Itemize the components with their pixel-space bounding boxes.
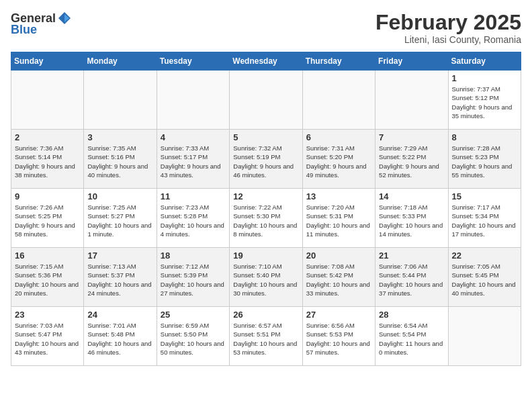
day-info: Sunrise: 7:37 AM Sunset: 5:12 PM Dayligh… (452, 85, 517, 120)
day-info: Sunrise: 7:32 AM Sunset: 5:19 PM Dayligh… (233, 144, 298, 179)
calendar-header-day: Thursday (302, 52, 375, 71)
day-info: Sunrise: 7:06 AM Sunset: 5:44 PM Dayligh… (379, 262, 444, 298)
calendar-day-cell: 3Sunrise: 7:35 AM Sunset: 5:16 PM Daylig… (84, 130, 157, 189)
day-number: 2 (15, 132, 80, 142)
day-number: 15 (452, 191, 517, 201)
day-number: 9 (15, 191, 80, 201)
day-number: 13 (306, 191, 371, 201)
calendar-day-cell: 1Sunrise: 7:37 AM Sunset: 5:12 PM Daylig… (448, 71, 521, 130)
calendar-day-cell: 11Sunrise: 7:23 AM Sunset: 5:28 PM Dayli… (157, 189, 229, 248)
day-info: Sunrise: 6:59 AM Sunset: 5:50 PM Dayligh… (161, 321, 226, 357)
day-number: 4 (161, 132, 226, 142)
day-number: 28 (379, 310, 444, 320)
day-number: 7 (379, 132, 444, 142)
day-info: Sunrise: 6:54 AM Sunset: 5:54 PM Dayligh… (379, 321, 444, 357)
day-number: 10 (87, 191, 152, 201)
day-info: Sunrise: 7:17 AM Sunset: 5:34 PM Dayligh… (452, 203, 517, 238)
calendar-header-day: Saturday (448, 52, 521, 71)
day-info: Sunrise: 7:01 AM Sunset: 5:48 PM Dayligh… (87, 321, 152, 357)
day-number: 14 (379, 191, 444, 201)
calendar-header-day: Monday (84, 52, 157, 71)
calendar-day-cell (448, 307, 521, 366)
day-number: 17 (87, 250, 152, 261)
calendar-day-cell: 14Sunrise: 7:18 AM Sunset: 5:33 PM Dayli… (375, 189, 448, 248)
calendar-day-cell: 17Sunrise: 7:13 AM Sunset: 5:37 PM Dayli… (84, 248, 157, 307)
day-info: Sunrise: 7:18 AM Sunset: 5:33 PM Dayligh… (379, 203, 444, 238)
calendar-week-row: 23Sunrise: 7:03 AM Sunset: 5:47 PM Dayli… (11, 307, 521, 366)
day-info: Sunrise: 7:10 AM Sunset: 5:40 PM Dayligh… (233, 262, 298, 298)
day-number: 16 (15, 250, 80, 261)
calendar-header-day: Sunday (11, 52, 84, 71)
day-number: 8 (452, 132, 517, 142)
calendar-header-day: Wednesday (230, 52, 302, 71)
logo: General Blue (11, 11, 72, 37)
day-info: Sunrise: 7:36 AM Sunset: 5:14 PM Dayligh… (15, 144, 80, 179)
day-info: Sunrise: 7:13 AM Sunset: 5:37 PM Dayligh… (87, 262, 152, 298)
calendar-day-cell: 23Sunrise: 7:03 AM Sunset: 5:47 PM Dayli… (11, 307, 84, 366)
calendar-day-cell (11, 71, 84, 130)
calendar-week-row: 16Sunrise: 7:15 AM Sunset: 5:36 PM Dayli… (11, 248, 521, 307)
day-info: Sunrise: 7:28 AM Sunset: 5:23 PM Dayligh… (452, 144, 517, 179)
day-number: 21 (379, 250, 444, 261)
day-info: Sunrise: 7:35 AM Sunset: 5:16 PM Dayligh… (87, 144, 152, 179)
day-number: 23 (15, 310, 80, 320)
calendar-day-cell: 22Sunrise: 7:05 AM Sunset: 5:45 PM Dayli… (448, 248, 521, 307)
day-number: 19 (233, 250, 298, 261)
day-info: Sunrise: 7:22 AM Sunset: 5:30 PM Dayligh… (233, 203, 298, 238)
day-info: Sunrise: 6:57 AM Sunset: 5:51 PM Dayligh… (233, 321, 298, 357)
page-header: General Blue February 2025 Liteni, Iasi … (11, 11, 521, 45)
day-info: Sunrise: 7:23 AM Sunset: 5:28 PM Dayligh… (161, 203, 226, 238)
calendar-day-cell: 24Sunrise: 7:01 AM Sunset: 5:48 PM Dayli… (84, 307, 157, 366)
location-subtitle: Liteni, Iasi County, Romania (375, 34, 521, 45)
day-number: 25 (161, 310, 226, 320)
day-number: 27 (306, 310, 371, 320)
title-section: February 2025 Liteni, Iasi County, Roman… (375, 11, 521, 45)
day-number: 11 (161, 191, 226, 201)
day-number: 24 (87, 310, 152, 320)
calendar-day-cell (302, 71, 375, 130)
calendar-day-cell: 26Sunrise: 6:57 AM Sunset: 5:51 PM Dayli… (230, 307, 302, 366)
calendar-day-cell: 25Sunrise: 6:59 AM Sunset: 5:50 PM Dayli… (157, 307, 229, 366)
logo-blue-text: Blue (11, 23, 37, 37)
calendar-day-cell: 15Sunrise: 7:17 AM Sunset: 5:34 PM Dayli… (448, 189, 521, 248)
calendar-week-row: 1Sunrise: 7:37 AM Sunset: 5:12 PM Daylig… (11, 71, 521, 130)
calendar-day-cell: 5Sunrise: 7:32 AM Sunset: 5:19 PM Daylig… (230, 130, 302, 189)
calendar-day-cell: 7Sunrise: 7:29 AM Sunset: 5:22 PM Daylig… (375, 130, 448, 189)
day-number: 3 (87, 132, 152, 142)
day-info: Sunrise: 7:15 AM Sunset: 5:36 PM Dayligh… (15, 262, 80, 298)
day-info: Sunrise: 7:31 AM Sunset: 5:20 PM Dayligh… (306, 144, 371, 179)
calendar-header-day: Tuesday (157, 52, 229, 71)
calendar-day-cell: 13Sunrise: 7:20 AM Sunset: 5:31 PM Dayli… (302, 189, 375, 248)
day-number: 26 (233, 310, 298, 320)
calendar-table: SundayMondayTuesdayWednesdayThursdayFrid… (11, 52, 521, 366)
day-info: Sunrise: 7:25 AM Sunset: 5:27 PM Dayligh… (87, 203, 152, 238)
logo-icon (57, 11, 72, 26)
month-title: February 2025 (375, 11, 521, 34)
calendar-day-cell: 27Sunrise: 6:56 AM Sunset: 5:53 PM Dayli… (302, 307, 375, 366)
day-info: Sunrise: 7:33 AM Sunset: 5:17 PM Dayligh… (161, 144, 226, 179)
day-number: 12 (233, 191, 298, 201)
calendar-day-cell (375, 71, 448, 130)
calendar-day-cell: 16Sunrise: 7:15 AM Sunset: 5:36 PM Dayli… (11, 248, 84, 307)
calendar-day-cell: 21Sunrise: 7:06 AM Sunset: 5:44 PM Dayli… (375, 248, 448, 307)
day-info: Sunrise: 7:20 AM Sunset: 5:31 PM Dayligh… (306, 203, 371, 238)
calendar-header-day: Friday (375, 52, 448, 71)
day-number: 18 (161, 250, 226, 261)
calendar-day-cell: 18Sunrise: 7:12 AM Sunset: 5:39 PM Dayli… (157, 248, 229, 307)
calendar-day-cell: 28Sunrise: 6:54 AM Sunset: 5:54 PM Dayli… (375, 307, 448, 366)
day-number: 5 (233, 132, 298, 142)
day-number: 20 (306, 250, 371, 261)
calendar-day-cell: 8Sunrise: 7:28 AM Sunset: 5:23 PM Daylig… (448, 130, 521, 189)
day-info: Sunrise: 7:08 AM Sunset: 5:42 PM Dayligh… (306, 262, 371, 298)
day-info: Sunrise: 7:05 AM Sunset: 5:45 PM Dayligh… (452, 262, 517, 298)
day-info: Sunrise: 7:12 AM Sunset: 5:39 PM Dayligh… (161, 262, 226, 298)
calendar-day-cell (157, 71, 229, 130)
calendar-day-cell: 12Sunrise: 7:22 AM Sunset: 5:30 PM Dayli… (230, 189, 302, 248)
calendar-day-cell: 9Sunrise: 7:26 AM Sunset: 5:25 PM Daylig… (11, 189, 84, 248)
calendar-day-cell: 20Sunrise: 7:08 AM Sunset: 5:42 PM Dayli… (302, 248, 375, 307)
day-info: Sunrise: 7:29 AM Sunset: 5:22 PM Dayligh… (379, 144, 444, 179)
calendar-day-cell: 6Sunrise: 7:31 AM Sunset: 5:20 PM Daylig… (302, 130, 375, 189)
day-number: 1 (452, 73, 517, 83)
day-info: Sunrise: 6:56 AM Sunset: 5:53 PM Dayligh… (306, 321, 371, 357)
day-number: 6 (306, 132, 371, 142)
